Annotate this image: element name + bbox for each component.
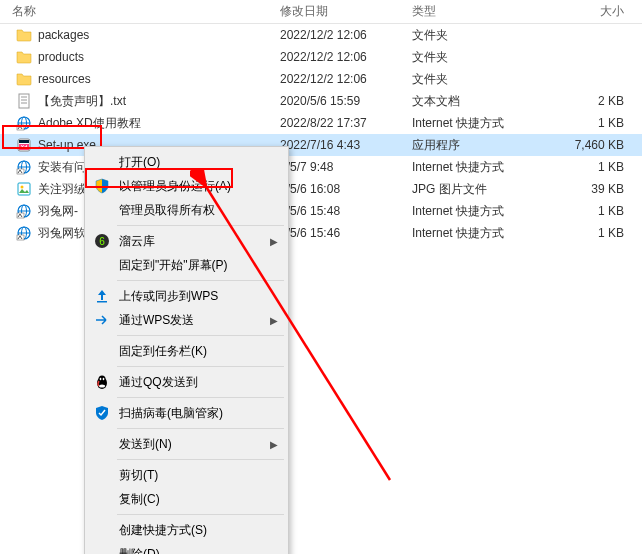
submenu-arrow-icon: ▶ <box>270 236 278 247</box>
file-type: 文件夹 <box>412 49 554 66</box>
file-name: 羽兔网- <box>38 203 78 220</box>
file-name: resources <box>38 72 91 86</box>
file-type: 文本文档 <box>412 93 554 110</box>
menu-upload-wps[interactable]: 上传或同步到WPS <box>87 284 286 308</box>
menu-separator <box>117 459 284 460</box>
menu-separator <box>117 428 284 429</box>
menu-open[interactable]: 打开(O) <box>87 150 286 174</box>
menu-run-as-admin[interactable]: 以管理员身份运行(A) <box>87 174 286 198</box>
file-type: 应用程序 <box>412 137 554 154</box>
file-type: Internet 快捷方式 <box>412 225 554 242</box>
file-size: 2 KB <box>554 94 634 108</box>
folder-icon <box>16 71 32 87</box>
menu-scan-virus[interactable]: 扫描病毒(电脑管家) <box>87 401 286 425</box>
menu-copy[interactable]: 复制(C) <box>87 487 286 511</box>
file-name: 安装有问 <box>38 159 86 176</box>
submenu-arrow-icon: ▶ <box>270 315 278 326</box>
file-name: packages <box>38 28 89 42</box>
svg-text:6: 6 <box>99 236 105 247</box>
context-menu: 打开(O) 以管理员身份运行(A) 管理员取得所有权 6 溜云库 ▶ 固定到"开… <box>84 146 289 554</box>
menu-admin-ownership[interactable]: 管理员取得所有权 <box>87 198 286 222</box>
txt-icon <box>16 93 32 109</box>
folder-icon <box>16 49 32 65</box>
file-type: JPG 图片文件 <box>412 181 554 198</box>
file-name: 羽兔网软 <box>38 225 86 242</box>
menu-separator <box>117 335 284 336</box>
file-type: Internet 快捷方式 <box>412 115 554 132</box>
url-icon <box>16 225 32 241</box>
menu-separator <box>117 397 284 398</box>
menu-liuyunku[interactable]: 6 溜云库 ▶ <box>87 229 286 253</box>
file-size: 39 KB <box>554 182 634 196</box>
file-row[interactable]: resources 2022/12/2 12:06 文件夹 <box>0 68 642 90</box>
menu-separator <box>117 280 284 281</box>
menu-pin-taskbar[interactable]: 固定到任务栏(K) <box>87 339 286 363</box>
menu-delete[interactable]: 删除(D) <box>87 542 286 554</box>
file-type: Internet 快捷方式 <box>412 159 554 176</box>
file-name: 关注羽绒 <box>38 181 86 198</box>
file-name: products <box>38 50 84 64</box>
file-date: 2022/12/2 12:06 <box>280 50 412 64</box>
antivirus-icon <box>93 404 111 422</box>
url-icon <box>16 203 32 219</box>
url-icon <box>16 115 32 131</box>
shield-icon <box>93 177 111 195</box>
menu-send-wps[interactable]: 通过WPS发送 ▶ <box>87 308 286 332</box>
svg-text:Xd: Xd <box>21 144 27 150</box>
svg-rect-28 <box>97 301 107 303</box>
file-date: 2020/5/6 15:59 <box>280 94 412 108</box>
header-name[interactable]: 名称 <box>0 0 280 23</box>
header-date[interactable]: 修改日期 <box>280 0 412 23</box>
url-icon <box>16 159 32 175</box>
file-size: 1 KB <box>554 204 634 218</box>
svg-rect-0 <box>19 94 29 108</box>
menu-send-qq[interactable]: 通过QQ发送到 <box>87 370 286 394</box>
file-size: 1 KB <box>554 160 634 174</box>
svg-point-31 <box>100 378 102 380</box>
file-date: 2022/12/2 12:06 <box>280 28 412 42</box>
menu-create-shortcut[interactable]: 创建快捷方式(S) <box>87 518 286 542</box>
send-icon <box>93 311 111 329</box>
svg-point-33 <box>99 385 105 388</box>
exe-icon: Xd <box>16 137 32 153</box>
menu-send-to[interactable]: 发送到(N) ▶ <box>87 432 286 456</box>
svg-rect-9 <box>19 140 29 143</box>
file-type: Internet 快捷方式 <box>412 203 554 220</box>
file-row[interactable]: 【免责声明】.txt 2020/5/6 15:59 文本文档 2 KB <box>0 90 642 112</box>
menu-separator <box>117 225 284 226</box>
upload-icon <box>93 287 111 305</box>
file-date: 2022/12/2 12:06 <box>280 72 412 86</box>
svg-rect-16 <box>18 183 30 195</box>
submenu-arrow-icon: ▶ <box>270 439 278 450</box>
file-size: 7,460 KB <box>554 138 634 152</box>
svg-point-32 <box>103 378 105 380</box>
header-size[interactable]: 大小 <box>554 0 634 23</box>
qq-icon <box>93 373 111 391</box>
file-date: 0/5/6 15:46 <box>280 226 412 240</box>
file-type: 文件夹 <box>412 27 554 44</box>
file-row[interactable]: products 2022/12/2 12:06 文件夹 <box>0 46 642 68</box>
file-size: 1 KB <box>554 116 634 130</box>
liuyunku-icon: 6 <box>93 232 111 250</box>
menu-cut[interactable]: 剪切(T) <box>87 463 286 487</box>
column-header: 名称 修改日期 类型 大小 <box>0 0 642 24</box>
file-size: 1 KB <box>554 226 634 240</box>
file-type: 文件夹 <box>412 71 554 88</box>
file-name: Adobe XD使用教程 <box>38 115 141 132</box>
file-date: 0/5/6 15:48 <box>280 204 412 218</box>
header-type[interactable]: 类型 <box>412 0 554 23</box>
menu-separator <box>117 514 284 515</box>
file-row[interactable]: packages 2022/12/2 12:06 文件夹 <box>0 24 642 46</box>
menu-separator <box>117 366 284 367</box>
svg-point-17 <box>21 186 24 189</box>
file-name: 【免责声明】.txt <box>38 93 126 110</box>
file-date: 2022/7/16 4:43 <box>280 138 412 152</box>
menu-pin-start[interactable]: 固定到"开始"屏幕(P) <box>87 253 286 277</box>
file-date: 2022/8/22 17:37 <box>280 116 412 130</box>
file-date: 0/5/6 16:08 <box>280 182 412 196</box>
file-row[interactable]: Adobe XD使用教程 2022/8/22 17:37 Internet 快捷… <box>0 112 642 134</box>
folder-icon <box>16 27 32 43</box>
file-date: 0/5/7 9:48 <box>280 160 412 174</box>
jpg-icon <box>16 181 32 197</box>
